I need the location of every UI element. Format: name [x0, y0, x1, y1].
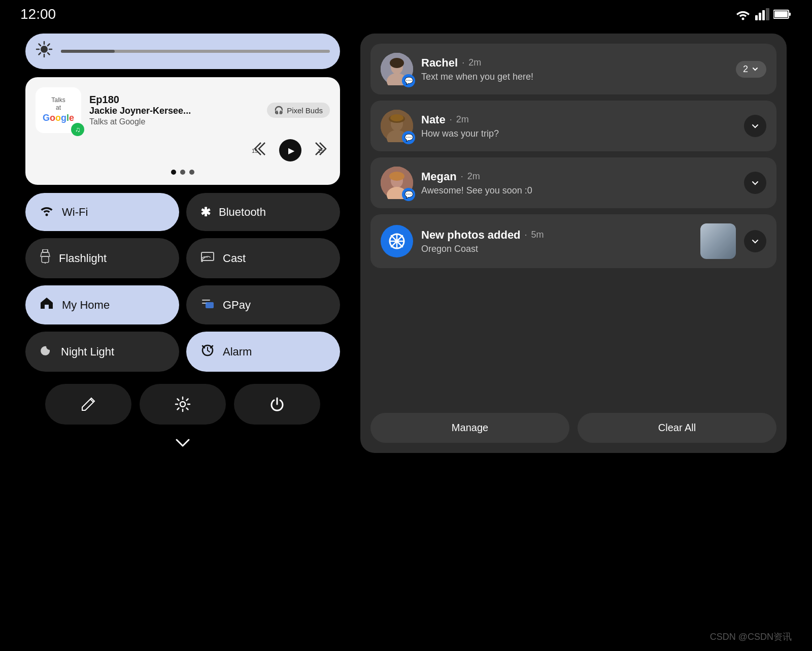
toggle-grid: Wi-Fi ✱ Bluetooth Flashlight	[25, 193, 340, 372]
wifi-icon	[735, 8, 751, 20]
myhome-toggle[interactable]: My Home	[25, 285, 179, 324]
flashlight-label: Flashlight	[59, 252, 107, 265]
myhome-label: My Home	[62, 299, 110, 312]
media-dots	[36, 170, 330, 175]
alarm-toggle[interactable]: Alarm	[186, 332, 340, 372]
bluetooth-toggle[interactable]: ✱ Bluetooth	[186, 193, 340, 231]
flashlight-toggle[interactable]: Flashlight	[25, 238, 179, 278]
notif-name-rachel: Rachel	[421, 56, 458, 70]
rewind-button[interactable]: 15	[251, 140, 269, 161]
watermark: CSDN @CSDN资讯	[710, 631, 792, 643]
notif-image-photos	[700, 223, 736, 259]
gpay-toggle[interactable]: GPay	[186, 285, 340, 324]
media-episode: Ep180	[89, 94, 259, 106]
svg-point-34	[390, 58, 404, 68]
svg-point-19	[46, 214, 48, 216]
svg-line-16	[39, 53, 41, 55]
brightness-row[interactable]	[25, 34, 340, 69]
notif-time-megan: 2m	[467, 171, 480, 182]
bluetooth-label: Bluetooth	[219, 206, 266, 219]
notification-photos[interactable]: New photos added · 5m Oregon Coast	[370, 214, 776, 268]
play-button[interactable]	[279, 139, 301, 161]
svg-rect-21	[42, 256, 49, 263]
brightness-slider[interactable]	[61, 50, 330, 53]
svg-point-0	[742, 18, 745, 20]
time-display: 12:00	[20, 6, 56, 22]
message-badge-megan: 💬	[402, 188, 415, 201]
notification-nate[interactable]: 💬 Nate · 2m How was your trip?	[370, 101, 776, 151]
power-button[interactable]	[234, 384, 320, 425]
myhome-toggle-icon	[40, 297, 54, 313]
brightness-icon	[36, 41, 53, 62]
notif-msg-nate: How was your trip?	[421, 128, 736, 139]
media-controls: 15 15	[36, 139, 330, 161]
svg-rect-7	[789, 13, 791, 16]
svg-line-13	[39, 44, 41, 46]
notif-msg-megan: Awesome! See you soon :0	[421, 185, 736, 196]
notif-content-nate: Nate · 2m How was your trip?	[421, 113, 736, 139]
notif-content-megan: Megan · 2m Awesome! See you soon :0	[421, 170, 736, 196]
svg-text:15: 15	[318, 148, 324, 154]
notification-megan[interactable]: 💬 Megan · 2m Awesome! See you soon :0	[370, 157, 776, 208]
dot-2	[180, 170, 185, 175]
notif-name-megan: Megan	[421, 170, 457, 183]
notif-expand-megan[interactable]	[744, 172, 766, 194]
svg-point-43	[389, 172, 404, 181]
notification-rachel[interactable]: 💬 Rachel · 2m Text me when you get here!…	[370, 44, 776, 94]
svg-rect-25	[206, 302, 214, 308]
notif-name-photos: New photos added	[421, 229, 521, 242]
pixel-buds-badge: 🎧 Pixel Buds	[267, 103, 330, 118]
clear-all-button[interactable]: Clear All	[578, 413, 776, 443]
chevron-down[interactable]	[25, 433, 340, 453]
status-bar: 12:00	[0, 0, 812, 28]
alarm-label: Alarm	[223, 345, 252, 359]
notif-time-nate: 2m	[456, 114, 469, 125]
svg-point-8	[41, 46, 48, 53]
spotify-badge: ♫	[71, 123, 84, 136]
svg-line-14	[48, 53, 50, 55]
flashlight-toggle-icon	[40, 249, 51, 267]
notif-actions: Manage Clear All	[370, 413, 776, 443]
gpay-label: GPay	[223, 299, 251, 312]
media-info: Ep180 Jackie Joyner-Kersee... Talks at G…	[89, 94, 259, 126]
avatar-photos	[381, 225, 413, 257]
quick-settings-panel: Talks at Google ♫ Ep180 Jackie Joyner-Ke…	[25, 34, 340, 453]
svg-rect-6	[774, 11, 788, 17]
main-content: Talks at Google ♫ Ep180 Jackie Joyner-Ke…	[0, 28, 812, 458]
cast-toggle-icon	[200, 250, 215, 266]
notif-expand-nate[interactable]	[744, 115, 766, 137]
svg-line-15	[48, 44, 50, 46]
notifications-panel: 💬 Rachel · 2m Text me when you get here!…	[360, 34, 787, 453]
cast-toggle[interactable]: Cast	[186, 238, 340, 278]
wifi-toggle[interactable]: Wi-Fi	[25, 193, 179, 231]
edit-button[interactable]	[45, 384, 131, 425]
nightlight-label: Night Light	[61, 345, 114, 359]
svg-rect-2	[759, 13, 761, 20]
notif-content-rachel: Rachel · 2m Text me when you get here!	[421, 56, 728, 82]
notif-msg-photos: Oregon Coast	[421, 244, 692, 254]
notif-msg-rachel: Text me when you get here!	[421, 72, 728, 82]
settings-button[interactable]	[140, 384, 226, 425]
notif-name-nate: Nate	[421, 113, 446, 126]
bottom-actions	[25, 384, 340, 425]
forward-button[interactable]: 15	[312, 140, 330, 161]
dot-1	[171, 170, 176, 175]
notif-expand-photos[interactable]	[744, 230, 766, 252]
signal-icon	[755, 8, 769, 20]
svg-point-30	[180, 402, 185, 407]
dot-3	[189, 170, 194, 175]
notif-count-rachel[interactable]: 2	[736, 61, 766, 78]
svg-point-24	[201, 260, 203, 262]
notif-dot-rachel: ·	[462, 57, 464, 68]
notif-time-photos: 5m	[531, 230, 544, 240]
media-card: Talks at Google ♫ Ep180 Jackie Joyner-Ke…	[25, 77, 340, 185]
alarm-toggle-icon	[200, 343, 215, 361]
notif-content-photos: New photos added · 5m Oregon Coast	[421, 229, 692, 254]
nightlight-toggle[interactable]: Night Light	[25, 332, 179, 372]
manage-button[interactable]: Manage	[370, 413, 569, 443]
message-badge-rachel: 💬	[402, 74, 415, 87]
message-badge-nate: 💬	[402, 131, 415, 144]
svg-rect-20	[43, 249, 48, 252]
media-title: Jackie Joyner-Kersee...	[89, 106, 259, 116]
bluetooth-toggle-icon: ✱	[200, 205, 211, 219]
